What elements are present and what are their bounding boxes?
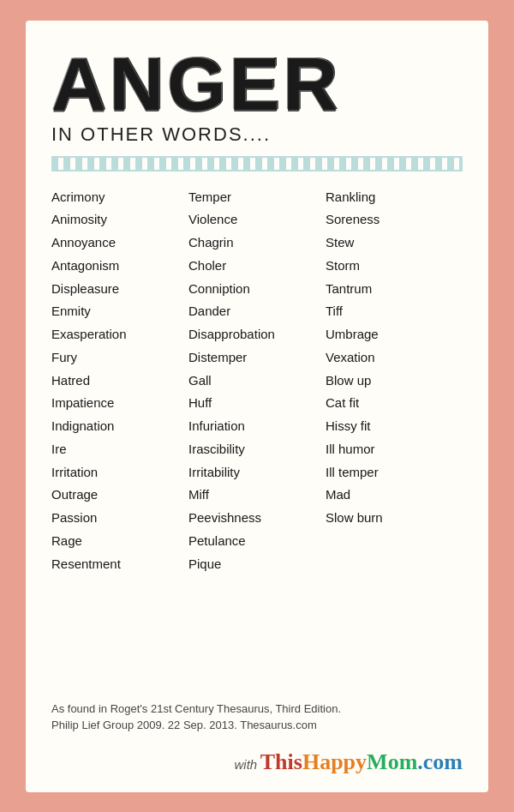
list-item: Blow up [326,370,463,392]
list-item: Soreness [326,209,463,231]
list-item: Tantrum [326,279,463,300]
list-item: Dander [188,301,326,322]
list-item: Stew [326,232,463,254]
list-item: Irascibility [188,439,326,460]
list-item: Irritation [51,462,188,484]
column-1: AcrimonyAnimosityAnnoyanceAntagonismDisp… [51,187,188,677]
footer-brand: ThisHappyMom.com [260,749,463,774]
list-item: Indignation [51,416,188,437]
list-item: Ire [51,439,188,460]
list-item: Pique [188,554,326,575]
column-3: RanklingSorenessStewStormTantrumTiffUmbr… [326,187,463,677]
list-item: Conniption [188,279,326,300]
list-item: Annoyance [51,232,188,254]
list-item: Miff [188,484,326,506]
list-item: Hissy fit [326,416,463,437]
list-item: Fury [51,347,188,369]
list-item: Hatred [51,370,188,392]
list-item: Distemper [188,347,326,369]
list-item: Antagonism [51,256,188,277]
list-item: Petulance [188,531,326,552]
list-item: Enmity [51,301,188,322]
list-item: Disapprobation [188,324,326,346]
list-item: Storm [326,256,463,277]
main-card: ANGER IN OTHER WORDS.... AcrimonyAnimosi… [26,21,488,792]
list-item: Peevishness [188,508,326,529]
list-item: Passion [51,508,188,529]
divider-dots [51,156,463,171]
list-item: Irritability [188,462,326,484]
list-item: Cat fit [326,393,463,414]
column-2: TemperViolenceChagrinCholerConniptionDan… [188,187,326,677]
subtitle: IN OTHER WORDS.... [51,123,463,146]
list-item: Slow burn [326,508,463,529]
citation: As found in Roget's 21st Century Thesaur… [51,701,343,734]
footer: with ThisHappyMom.com [51,749,463,775]
list-item: Impatience [51,393,188,414]
list-item: Rage [51,531,188,552]
list-item: Ill temper [326,462,463,484]
list-item: Resentment [51,554,188,575]
list-item: Vexation [326,347,463,369]
words-container: AcrimonyAnimosityAnnoyanceAntagonismDisp… [51,187,463,677]
list-item: Choler [188,256,326,277]
list-item: Rankling [326,187,463,208]
list-item: Outrage [51,484,188,506]
list-item: Displeasure [51,279,188,300]
title-anger: ANGER [51,46,463,122]
list-item: Exasperation [51,324,188,346]
footer-with: with [234,757,257,772]
list-item: Umbrage [326,324,463,346]
list-item: Tiff [326,301,463,322]
list-item: Ill humor [326,439,463,460]
list-item: Huff [188,393,326,414]
list-item: Animosity [51,209,188,231]
list-item: Acrimony [51,187,188,208]
list-item: Gall [188,370,326,392]
list-item: Mad [326,484,463,506]
list-item: Infuriation [188,416,326,437]
list-item: Violence [188,209,326,231]
list-item: Chagrin [188,232,326,254]
list-item: Temper [188,187,326,208]
